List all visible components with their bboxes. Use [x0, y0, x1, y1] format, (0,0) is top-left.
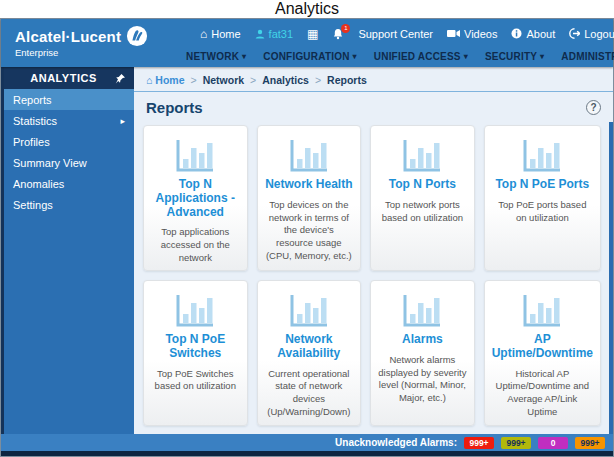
bar-chart-icon	[521, 293, 563, 329]
report-cards-grid: Top N Applications - Advanced Top applic…	[143, 125, 601, 426]
breadcrumb-separator: >	[250, 74, 256, 86]
card-top-n-poe-ports[interactable]: Top N PoE Ports Top PoE ports based on u…	[484, 125, 601, 271]
breadcrumb-home[interactable]: ⌂ Home	[146, 74, 185, 86]
card-ap-uptime-downtime[interactable]: AP Uptime/Downtime Historical AP Uptime/…	[484, 280, 601, 426]
bar-chart-icon	[174, 293, 216, 329]
sidebar-title: ANALYTICS	[12, 72, 115, 84]
app-body: ANALYTICS Reports Statistics ▸ Profiles …	[1, 67, 613, 434]
breadcrumb-analytics[interactable]: Analytics	[262, 74, 309, 86]
main-nav: NETWORK▾ CONFIGURATION▾ UNIFIED ACCESS▾ …	[186, 48, 607, 64]
screenshot-stage: Analytics Alcatel·Lucent Enterprise LAN+…	[0, 0, 614, 457]
card-title: Alarms	[378, 333, 467, 347]
alarm-badge-minor[interactable]: 0	[538, 437, 568, 449]
card-top-n-poe-switches[interactable]: Top N PoE Switches Top PoE Switches base…	[143, 280, 248, 426]
card-top-n-applications-advanced[interactable]: Top N Applications - Advanced Top applic…	[143, 125, 248, 271]
home-icon: ⌂	[146, 74, 152, 86]
chevron-down-icon: ▾	[353, 52, 357, 61]
bar-chart-icon	[288, 138, 330, 174]
logout-icon	[569, 28, 580, 39]
grid-icon: ▦	[307, 28, 318, 40]
breadcrumb-network[interactable]: Network	[203, 74, 244, 86]
sidebar: ANALYTICS Reports Statistics ▸ Profiles …	[1, 67, 134, 434]
card-title: Top N PoE Ports	[492, 178, 593, 192]
sidebar-item-reports[interactable]: Reports	[4, 89, 134, 110]
main-content: ⌂ Home > Network > Analytics > Reports R…	[134, 67, 613, 434]
title-row: Reports ?	[134, 92, 613, 122]
help-button[interactable]: ?	[586, 100, 601, 115]
sidebar-item-profiles[interactable]: Profiles	[4, 131, 134, 152]
apps-grid-button[interactable]: ▦	[307, 28, 318, 40]
card-description: Network alarms displayed by severity lev…	[378, 354, 467, 405]
video-camera-icon	[447, 29, 460, 38]
card-description: Top PoE ports based on utilization	[492, 199, 593, 225]
nav-network[interactable]: NETWORK▾	[186, 51, 246, 62]
unacknowledged-alarms-label: Unacknowledged Alarms:	[335, 437, 457, 448]
card-alarms[interactable]: Alarms Network alarms displayed by sever…	[370, 280, 475, 426]
chevron-down-icon: ▾	[242, 52, 246, 61]
chevron-right-icon: ▸	[120, 116, 125, 126]
bottom-strip	[1, 451, 613, 456]
logout-link[interactable]: Logout	[569, 28, 614, 40]
card-description: Top applications accessed on the network	[151, 226, 240, 264]
card-title: Network Health	[265, 178, 354, 192]
notification-count-badge: 1	[341, 24, 350, 33]
page-title: Reports	[146, 99, 203, 116]
notifications-button[interactable]: 1	[332, 28, 344, 40]
card-title: Top N Ports	[378, 178, 467, 192]
pin-icon[interactable]	[115, 73, 126, 84]
nav-security[interactable]: SECURITY▾	[485, 51, 544, 62]
home-link[interactable]: ⌂ Home	[200, 28, 241, 40]
top-utility-bar: LAN+WLAN menu ▼ ⌂ Home fat31 ▦	[186, 19, 607, 48]
card-title: AP Uptime/Downtime	[492, 333, 593, 361]
card-top-n-ports[interactable]: Top N Ports Top network ports based on u…	[370, 125, 475, 271]
alcatel-swirl-icon	[126, 25, 148, 47]
card-title: Network Availability	[265, 333, 354, 361]
page-caption: Analytics	[0, 0, 614, 18]
bar-chart-icon	[288, 293, 330, 329]
nav-unified-access[interactable]: UNIFIED ACCESS▾	[374, 51, 468, 62]
card-description: Top PoE Switches based on utilization	[151, 368, 240, 394]
bar-chart-icon	[174, 138, 216, 174]
card-title: Top N PoE Switches	[151, 333, 240, 361]
nav-administration[interactable]: ADMINISTRATION▾	[561, 51, 614, 62]
brand-sub: Enterprise	[15, 47, 148, 58]
alarm-badge-critical[interactable]: 999+	[464, 437, 494, 449]
card-description: Historical AP Uptime/Downtime and Averag…	[492, 368, 593, 419]
breadcrumb-separator: >	[191, 74, 197, 86]
card-network-health[interactable]: Network Health Top devices on the networ…	[257, 125, 362, 271]
breadcrumb: ⌂ Home > Network > Analytics > Reports	[134, 67, 613, 92]
about-link[interactable]: About	[511, 28, 555, 40]
alarm-badge-warning[interactable]: 999+	[575, 437, 605, 449]
home-icon: ⌂	[200, 28, 207, 40]
user-icon	[255, 29, 265, 39]
user-menu[interactable]: fat31	[255, 28, 293, 40]
card-description: Current operational state of network dev…	[265, 368, 354, 419]
info-icon	[511, 28, 522, 39]
bar-chart-icon	[401, 138, 443, 174]
sidebar-item-summary-view[interactable]: Summary View	[4, 152, 134, 173]
vertical-scrollbar[interactable]	[609, 122, 613, 434]
card-description: Top network ports based on utilization	[378, 199, 467, 225]
status-bar: Unacknowledged Alarms: 999+ 999+ 0 999+	[1, 434, 613, 451]
sidebar-header: ANALYTICS	[4, 67, 134, 89]
chevron-down-icon: ▾	[464, 52, 468, 61]
bar-chart-icon	[401, 293, 443, 329]
card-description: Top devices on the network in terms of t…	[265, 199, 354, 263]
breadcrumb-reports[interactable]: Reports	[327, 74, 367, 86]
card-network-availability[interactable]: Network Availability Current operational…	[257, 280, 362, 426]
sidebar-item-settings[interactable]: Settings	[4, 194, 134, 215]
app-window: Alcatel·Lucent Enterprise LAN+WLAN menu …	[0, 18, 614, 457]
support-center-link[interactable]: Support Center	[358, 28, 433, 40]
nav-configuration[interactable]: CONFIGURATION▾	[263, 51, 357, 62]
brand-name: Alcatel·Lucent	[15, 28, 121, 45]
alarm-badge-major[interactable]: 999+	[501, 437, 531, 449]
app-header: Alcatel·Lucent Enterprise LAN+WLAN menu …	[1, 19, 613, 67]
chevron-down-icon: ▾	[540, 52, 544, 61]
bar-chart-icon	[521, 138, 563, 174]
breadcrumb-separator: >	[315, 74, 321, 86]
brand-logo: Alcatel·Lucent Enterprise	[15, 25, 148, 58]
videos-link[interactable]: Videos	[447, 28, 497, 40]
sidebar-item-statistics[interactable]: Statistics ▸	[4, 110, 134, 131]
sidebar-item-anomalies[interactable]: Anomalies	[4, 173, 134, 194]
card-title: Top N Applications - Advanced	[151, 178, 240, 219]
